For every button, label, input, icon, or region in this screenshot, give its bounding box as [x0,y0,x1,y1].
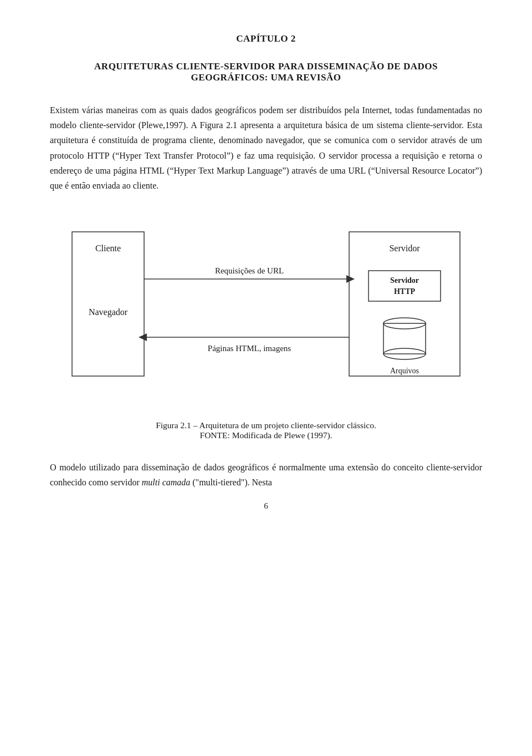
svg-rect-0 [72,232,144,376]
server-label: Servidor [389,243,420,253]
section-title: ARQUITETURAS CLIENTE-SERVIDOR PARA DISSE… [50,61,482,83]
pages-label: Páginas HTML, imagens [208,344,291,353]
caption-line2: FONTE: Modificada de Plewe (1997). [50,430,482,440]
chapter-number: CAPÍTULO 2 [50,33,482,44]
page-number: 6 [50,501,482,511]
svg-marker-9 [346,275,355,283]
request-label: Requisições de URL [215,266,284,275]
svg-rect-2 [369,271,441,301]
paragraph-1: Existem várias maneiras com as quais dad… [50,103,482,193]
files-label: Arquivos [390,367,419,375]
svg-marker-11 [139,333,147,341]
svg-text:Servidor: Servidor [390,276,419,285]
architecture-diagram: Cliente Navegador Servidor Servidor HTTP… [66,215,466,404]
diagram: Cliente Navegador Servidor Servidor HTTP… [66,215,466,404]
svg-rect-1 [349,232,460,376]
browser-label: Navegador [89,307,128,317]
client-label: Cliente [95,243,121,253]
svg-rect-5 [383,323,426,354]
svg-text:HTTP: HTTP [394,287,416,296]
paragraph-2: O modelo utilizado para disseminação de … [50,460,482,490]
title-line2: GEOGRÁFICOS: UMA REVISÃO [50,72,482,83]
figure-caption: Figura 2.1 – Arquitetura de um projeto c… [50,420,482,440]
caption-line1: Figura 2.1 – Arquitetura de um projeto c… [50,420,482,430]
title-line1: ARQUITETURAS CLIENTE-SERVIDOR PARA DISSE… [50,61,482,72]
page: CAPÍTULO 2 ARQUITETURAS CLIENTE-SERVIDOR… [0,0,532,756]
